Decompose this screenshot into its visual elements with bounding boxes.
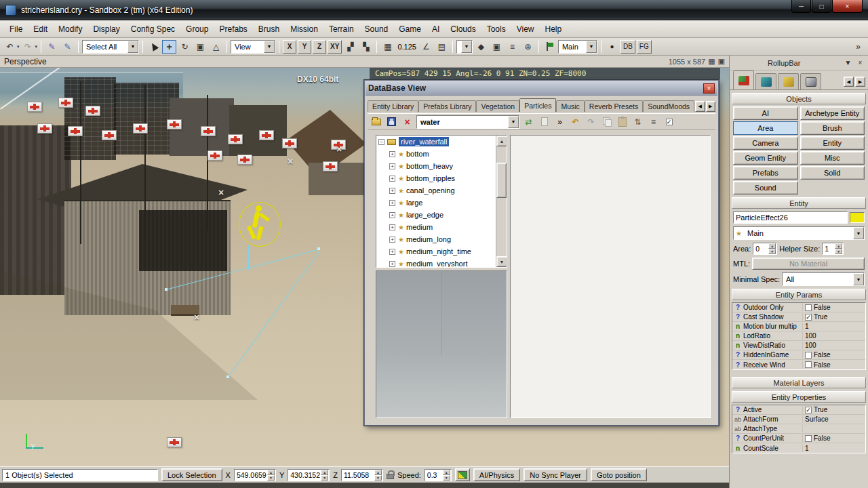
tree-root-row[interactable]: − river_waterfall (376, 136, 507, 148)
expand-icon[interactable]: + (389, 163, 395, 169)
tab-entity-library[interactable]: Entity Library (368, 100, 418, 112)
maximize-button[interactable]: □ (812, 0, 831, 13)
param-row[interactable]: ?Cast Shadow✓True (732, 312, 865, 322)
camera-icon[interactable]: ▣ (490, 40, 504, 54)
checkbox-unchecked[interactable] (805, 361, 812, 368)
reload-library-icon[interactable]: ⇄ (522, 116, 535, 128)
tree-item[interactable]: +★medium_night_time (376, 245, 507, 258)
viewport-grid-icon[interactable]: ▦ (708, 57, 715, 66)
axis-z-button[interactable]: Z (313, 40, 326, 54)
close-button[interactable]: × (832, 0, 863, 13)
layer-combo[interactable]: ▼ (456, 40, 473, 54)
named-selection-icon[interactable]: ▤ (435, 40, 449, 54)
chevron-down-icon[interactable]: ▼ (264, 41, 275, 53)
param-row[interactable]: nViewDistRatio100 (732, 341, 865, 350)
tab-reverb-presets[interactable]: Reverb Presets (585, 100, 643, 112)
expand-icon[interactable]: + (389, 261, 395, 267)
axis-xy-button[interactable]: XY (328, 40, 342, 54)
page-icon[interactable] (538, 116, 551, 128)
menu-brush[interactable]: Brush (253, 22, 285, 37)
checkbox-unchecked[interactable] (805, 304, 812, 311)
material-layers-section-header[interactable]: Material Layers (732, 377, 866, 388)
param-row[interactable]: ?HiddenInGameFalse (732, 350, 865, 360)
helper-size-stepper[interactable]: 1 ▲▼ (822, 243, 844, 255)
menu-clouds[interactable]: Clouds (445, 22, 481, 37)
object-button-prefabs[interactable]: Prefabs (733, 166, 798, 180)
rollup-tab-objects[interactable] (733, 70, 754, 89)
checkbox-checked[interactable]: ✓ (805, 314, 812, 321)
menu-edit[interactable]: Edit (28, 22, 53, 37)
chevron-down-icon[interactable]: ▼ (127, 41, 138, 53)
particle-properties-panel[interactable] (510, 135, 711, 418)
minimize-button[interactable]: ─ (791, 0, 811, 13)
redo-icon[interactable]: ↷ (585, 116, 597, 128)
rollup-tab-scroll-right-icon[interactable]: ▶ (855, 77, 865, 87)
tab-scroll-left-icon[interactable]: ◀ (695, 101, 705, 112)
property-row[interactable]: ?Active✓True (732, 405, 865, 415)
tree-item[interactable]: +★medium_veryshort (376, 258, 507, 268)
menu-ai[interactable]: AI (427, 22, 445, 37)
menu-prefabs[interactable]: Prefabs (214, 22, 252, 37)
tab-scroll-right-icon[interactable]: ▶ (706, 101, 715, 112)
viewport-title[interactable]: Perspective (4, 57, 47, 66)
tree-item[interactable]: +★bottom_heavy (376, 160, 507, 172)
scale-tool-icon[interactable]: ▣ (193, 40, 208, 54)
menu-mission[interactable]: Mission (285, 22, 323, 37)
database-title-bar[interactable]: DataBase View × (366, 81, 717, 96)
x-spinner[interactable]: ▲▼ (267, 470, 275, 481)
chevron-down-icon[interactable]: ▼ (508, 116, 519, 128)
tab-prefabs-library[interactable]: Prefabs Library (418, 100, 476, 112)
chevron-down-icon[interactable]: ▼ (461, 41, 472, 53)
expand-icon[interactable]: + (389, 151, 395, 157)
speed-field[interactable]: 0.3▲▼ (425, 469, 452, 481)
collapse-icon[interactable]: − (378, 139, 384, 145)
entity-properties-section-header[interactable]: Entity Properties (732, 391, 866, 403)
property-row[interactable]: abAttachFormSurface (732, 415, 865, 424)
material-picker-icon[interactable]: ◆ (474, 40, 488, 54)
scroll-up-icon[interactable]: ▲ (496, 136, 507, 146)
rollupbar-header[interactable]: RollupBar ▼ × (730, 56, 868, 70)
open-library-icon[interactable] (370, 116, 382, 128)
axis-y-button[interactable]: Y (298, 40, 311, 54)
menu-file[interactable]: File (4, 22, 28, 37)
snap-grid-icon[interactable]: ▦ (380, 40, 395, 54)
view-combo[interactable]: View ▼ (231, 40, 275, 54)
terrain-collision-icon[interactable] (455, 468, 470, 481)
assign-check-icon[interactable]: ✓ (663, 116, 675, 128)
select-tool-icon[interactable] (146, 40, 161, 54)
rollup-tab-terrain[interactable] (755, 73, 776, 89)
axis-x-button[interactable]: X (283, 40, 296, 54)
expand-icon[interactable]: + (389, 237, 395, 243)
z-spinner[interactable]: ▲▼ (374, 470, 382, 481)
tab-vegetation[interactable]: Vegetation (476, 100, 519, 112)
mission-combo[interactable]: Main ▼ (558, 40, 597, 54)
property-row[interactable]: ?CountPerUnitFalse (732, 434, 865, 443)
material-button[interactable]: No Material (752, 258, 865, 270)
menu-sound[interactable]: Sound (359, 22, 394, 37)
tree-item[interactable]: +★large (376, 197, 507, 209)
tree-root-label[interactable]: river_waterfall (399, 137, 449, 146)
param-row[interactable]: ?Receive WindFalse (732, 360, 865, 369)
rollup-tab-display[interactable] (800, 73, 821, 89)
checkbox-unchecked[interactable] (805, 435, 812, 442)
particle-library-tree[interactable]: − river_waterfall +★bottom +★bottom_heav… (376, 135, 507, 268)
objects-section-header[interactable]: Objects (732, 93, 866, 104)
measure-icon[interactable]: ⊕ (521, 40, 535, 54)
chevron-down-icon[interactable]: ▼ (586, 41, 597, 53)
area-stepper[interactable]: 0 ▲▼ (753, 243, 777, 255)
database-view-window[interactable]: DataBase View × Entity Library Prefabs L… (364, 80, 719, 426)
database-close-icon[interactable]: × (703, 83, 715, 94)
property-row[interactable]: nCountScale1 (732, 443, 865, 453)
tree-item[interactable]: +★medium_long (376, 233, 507, 245)
scrollbar-thumb[interactable] (496, 163, 507, 198)
menu-modify[interactable]: Modify (53, 22, 87, 37)
undo-icon[interactable]: ↶ (569, 116, 582, 128)
pin-icon[interactable]: ▼ (843, 58, 853, 68)
menu-game[interactable]: Game (393, 22, 427, 37)
scroll-down-icon[interactable]: ▼ (496, 256, 507, 267)
tree-item[interactable]: +★bottom_ripples (376, 172, 507, 184)
tree-item[interactable]: +★canal_opening (376, 184, 507, 197)
object-button-entity[interactable]: Entity (800, 136, 865, 150)
object-button-camera[interactable]: Camera (733, 136, 798, 150)
object-button-area[interactable]: Area (733, 121, 798, 135)
